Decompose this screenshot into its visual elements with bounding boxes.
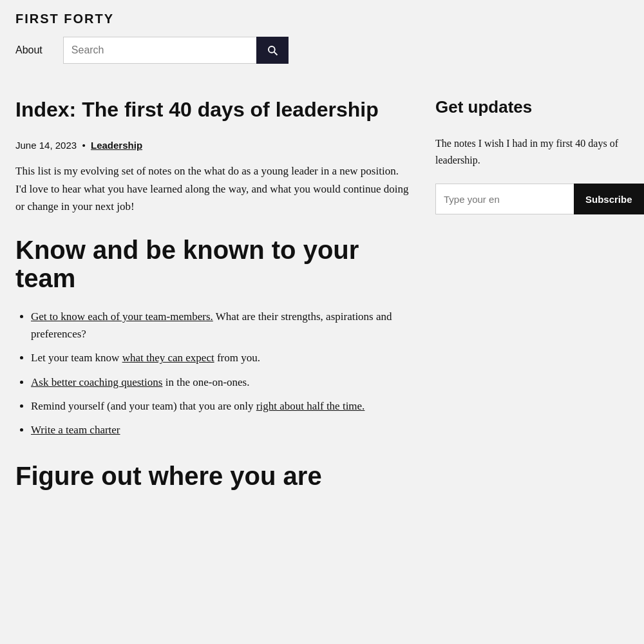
svg-line-1 (274, 52, 277, 55)
sidebar-heading: Get updates (435, 97, 629, 117)
email-input[interactable] (435, 184, 574, 214)
nav-about[interactable]: About (15, 44, 43, 56)
subscribe-button[interactable]: Subscribe (574, 184, 644, 214)
list-item-link[interactable]: Ask better coaching questions (31, 376, 162, 388)
article-intro: This list is my evolving set of notes on… (15, 162, 410, 215)
list-item-link[interactable]: Get to know each of your team-members. (31, 310, 213, 323)
section2-heading: Figure out where you are (15, 462, 410, 490)
search-form (63, 37, 289, 64)
list-item: Remind yourself (and your team) that you… (31, 397, 410, 415)
list-item-link[interactable]: what they can expect (122, 352, 214, 364)
list-item-link[interactable]: Write a team charter (31, 424, 120, 436)
article-date: June 14, 2023 (15, 140, 77, 151)
list-item-link[interactable]: right about half the time. (256, 400, 365, 412)
list-item: Get to know each of your team-members. W… (31, 308, 410, 343)
search-icon (267, 44, 278, 56)
sidebar-description: The notes I wish I had in my first 40 da… (435, 135, 629, 168)
section1-list: Get to know each of your team-members. W… (15, 308, 410, 439)
list-item-text: in the one-on-ones. (166, 376, 250, 388)
list-item-text: from you. (217, 352, 260, 364)
list-item-text: Remind yourself (and your team) that you… (31, 400, 256, 412)
list-item: Ask better coaching questions in the one… (31, 374, 410, 391)
list-item: Write a team charter (31, 421, 410, 439)
site-title: FIRST FORTY (15, 12, 629, 26)
search-input[interactable] (63, 37, 256, 64)
svg-point-0 (269, 46, 275, 53)
list-item-text: Let your team know (31, 352, 122, 364)
section1-heading: Know and be known to your team (15, 236, 410, 292)
list-item: Let your team know what they can expect … (31, 349, 410, 366)
article-meta: June 14, 2023 • Leadership (15, 140, 410, 151)
article-category[interactable]: Leadership (91, 140, 142, 151)
page-title: Index: The first 40 days of leadership (15, 97, 410, 122)
search-button[interactable] (256, 37, 289, 64)
